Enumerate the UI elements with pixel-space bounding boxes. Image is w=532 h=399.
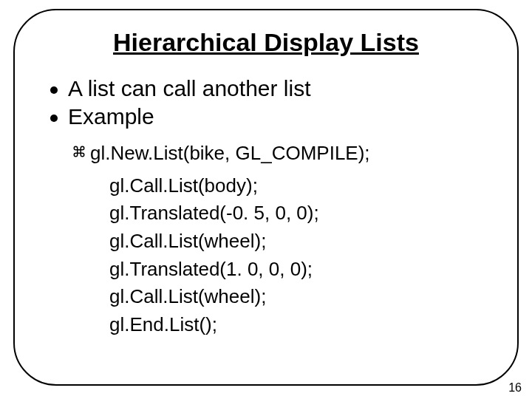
slide-frame: Hierarchical Display Lists A list can ca… (13, 9, 519, 386)
code-line-first: gl.New.List(bike, GL_COMPILE); (72, 140, 488, 168)
code-line: gl.Call.List(body); (72, 172, 488, 200)
code-line: gl.Translated(-0. 5, 0, 0); (72, 200, 488, 228)
code-line: gl.Translated(1. 0, 0, 0); (72, 256, 488, 284)
slide-title: Hierarchical Display Lists (44, 28, 488, 57)
page-number: 16 (508, 381, 522, 395)
code-line: gl.End.List(); (72, 311, 488, 339)
code-line: gl.Call.List(wheel); (72, 283, 488, 311)
list-item: A list can call another list (50, 76, 488, 101)
command-icon (72, 145, 86, 158)
list-item: Example (50, 104, 488, 129)
bullet-dot-icon (50, 115, 58, 122)
code-block: gl.New.List(bike, GL_COMPILE); gl.Call.L… (72, 140, 488, 339)
bullet-list: A list can call another list Example (50, 76, 488, 129)
bullet-text: A list can call another list (68, 76, 311, 101)
bullet-dot-icon (50, 86, 58, 94)
bullet-text: Example (68, 104, 154, 129)
code-line: gl.Call.List(wheel); (72, 228, 488, 256)
code-text: gl.New.List(bike, GL_COMPILE); (90, 140, 370, 168)
